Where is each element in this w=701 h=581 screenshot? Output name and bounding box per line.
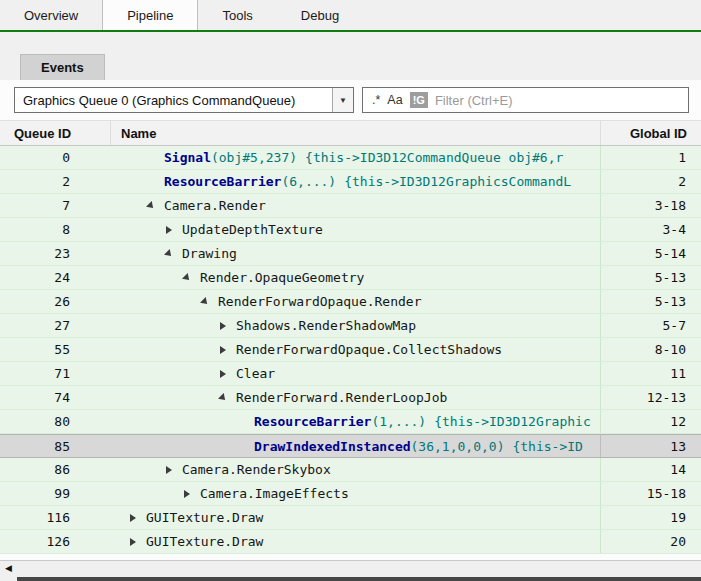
- event-name: UpdateDepthTexture: [182, 222, 323, 237]
- name-cell: GUITexture.Draw: [110, 530, 600, 553]
- event-args: (1,...): [371, 414, 426, 429]
- left-arrow-icon: ◀: [5, 563, 12, 573]
- queue-id-cell: 99: [0, 482, 110, 505]
- column-header-queue-id[interactable]: Queue ID: [0, 121, 110, 145]
- table-row[interactable]: 7Camera.Render3-18: [0, 194, 701, 218]
- name-cell: ResourceBarrier(1,...){this->ID3D12Graph…: [110, 410, 600, 433]
- scroll-left-button[interactable]: ◀: [5, 563, 12, 573]
- event-function-name: ResourceBarrier: [254, 414, 371, 429]
- tab-pipeline[interactable]: Pipeline: [102, 0, 198, 30]
- tab-tools[interactable]: Tools: [198, 0, 276, 30]
- table-row[interactable]: 126GUITexture.Draw20: [0, 530, 701, 554]
- filter-input[interactable]: [435, 93, 684, 108]
- event-name: RenderForwardOpaque.CollectShadows: [236, 342, 502, 357]
- expand-icon[interactable]: [220, 322, 236, 330]
- collapse-icon[interactable]: [166, 250, 182, 258]
- expand-icon[interactable]: [184, 490, 200, 498]
- global-id-cell: 3-4: [600, 218, 701, 241]
- match-case-toggle[interactable]: Aa: [387, 93, 402, 107]
- table-row[interactable]: 0Signal(obj#5,237){this->ID3D12CommandQu…: [0, 146, 701, 170]
- collapse-icon[interactable]: [184, 274, 200, 282]
- global-id-cell: 13: [600, 435, 701, 457]
- events-toolbar: Graphics Queue 0 (Graphics CommandQueue)…: [0, 80, 701, 120]
- expand-icon[interactable]: [130, 514, 146, 522]
- table-row[interactable]: 86Camera.RenderSkybox14: [0, 458, 701, 482]
- global-id-cell: 12-13: [600, 386, 701, 409]
- queue-id-cell: 71: [0, 362, 110, 385]
- events-tab-row: Events: [0, 32, 701, 80]
- queue-id-cell: 23: [0, 242, 110, 265]
- global-id-cell: 8-10: [600, 338, 701, 361]
- expand-icon[interactable]: [166, 226, 182, 234]
- global-id-cell: 1: [600, 146, 701, 169]
- global-id-cell: 5-13: [600, 266, 701, 289]
- queue-id-cell: 74: [0, 386, 110, 409]
- queue-id-cell: 26: [0, 290, 110, 313]
- scrollbar-thumb[interactable]: [17, 577, 701, 581]
- event-name: Camera.RenderSkybox: [182, 462, 331, 477]
- event-name: Drawing: [182, 246, 237, 261]
- group-filter-toggle[interactable]: !G: [410, 92, 428, 108]
- global-id-cell: 19: [600, 506, 701, 529]
- queue-id-cell: 27: [0, 314, 110, 337]
- name-cell: DrawIndexedInstanced(36,1,0,0,0){this->I…: [110, 435, 600, 457]
- table-row[interactable]: 71Clear11: [0, 362, 701, 386]
- expand-icon[interactable]: [220, 346, 236, 354]
- table-row[interactable]: 24Render.OpaqueGeometry5-13: [0, 266, 701, 290]
- regex-toggle[interactable]: .*: [372, 93, 380, 107]
- global-id-cell: 3-18: [600, 194, 701, 217]
- event-name: GUITexture.Draw: [146, 510, 263, 525]
- event-name: Clear: [236, 366, 275, 381]
- name-cell: Shadows.RenderShadowMap: [110, 314, 600, 337]
- chevron-down-icon: ▼: [339, 96, 347, 105]
- global-id-cell: 5-13: [600, 290, 701, 313]
- expand-icon[interactable]: [220, 370, 236, 378]
- table-row[interactable]: 85DrawIndexedInstanced(36,1,0,0,0){this-…: [0, 434, 701, 458]
- table-row[interactable]: 80ResourceBarrier(1,...){this->ID3D12Gra…: [0, 410, 701, 434]
- table-row[interactable]: 116GUITexture.Draw19: [0, 506, 701, 530]
- tab-overview[interactable]: Overview: [0, 0, 102, 30]
- events-panel: Graphics Queue 0 (Graphics CommandQueue)…: [0, 80, 701, 560]
- table-row[interactable]: 26RenderForwardOpaque.Render5-13: [0, 290, 701, 314]
- name-cell: ResourceBarrier(6,...){this->ID3D12Graph…: [110, 170, 600, 193]
- column-header-global-id[interactable]: Global ID: [600, 121, 701, 145]
- table-row[interactable]: 8UpdateDepthTexture3-4: [0, 218, 701, 242]
- tab-events[interactable]: Events: [20, 54, 105, 80]
- name-cell: Render.OpaqueGeometry: [110, 266, 600, 289]
- queue-id-cell: 116: [0, 506, 110, 529]
- column-header-name[interactable]: Name: [110, 121, 600, 145]
- table-row[interactable]: 23Drawing5-14: [0, 242, 701, 266]
- name-cell: Signal(obj#5,237){this->ID3D12CommandQue…: [110, 146, 600, 169]
- table-row[interactable]: 27Shadows.RenderShadowMap5-7: [0, 314, 701, 338]
- global-id-cell: 5-14: [600, 242, 701, 265]
- collapse-icon[interactable]: [202, 298, 218, 306]
- event-name: RenderForward.RenderLoopJob: [236, 390, 447, 405]
- event-detail: {this->ID: [512, 439, 582, 454]
- table-row[interactable]: 99Camera.ImageEffects15-18: [0, 482, 701, 506]
- name-cell: Drawing: [110, 242, 600, 265]
- name-cell: Camera.RenderSkybox: [110, 458, 600, 481]
- expand-icon[interactable]: [166, 466, 182, 474]
- horizontal-scrollbar[interactable]: ◀: [0, 560, 701, 581]
- events-tab-label: Events: [41, 60, 84, 75]
- top-tab-bar: OverviewPipelineToolsDebug: [0, 0, 701, 32]
- queue-dropdown-button[interactable]: ▼: [332, 88, 353, 112]
- name-cell: Clear: [110, 362, 600, 385]
- collapse-icon[interactable]: [148, 202, 164, 210]
- event-detail: {this->ID3D12GraphicsCommandL: [344, 174, 571, 189]
- queue-dropdown[interactable]: Graphics Queue 0 (Graphics CommandQueue)…: [14, 87, 354, 113]
- queue-id-cell: 126: [0, 530, 110, 553]
- global-id-cell: 15-18: [600, 482, 701, 505]
- collapse-icon[interactable]: [220, 394, 236, 402]
- name-cell: UpdateDepthTexture: [110, 218, 600, 241]
- table-row[interactable]: 74RenderForward.RenderLoopJob12-13: [0, 386, 701, 410]
- event-function-name: Signal: [164, 150, 211, 165]
- global-id-cell: 12: [600, 410, 701, 433]
- event-detail: {this->ID3D12Graphic: [434, 414, 591, 429]
- table-row[interactable]: 55RenderForwardOpaque.CollectShadows8-10: [0, 338, 701, 362]
- filter-box: .* Aa !G: [362, 87, 689, 113]
- tab-debug[interactable]: Debug: [277, 0, 363, 30]
- table-row[interactable]: 2ResourceBarrier(6,...){this->ID3D12Grap…: [0, 170, 701, 194]
- expand-icon[interactable]: [130, 538, 146, 546]
- name-cell: RenderForward.RenderLoopJob: [110, 386, 600, 409]
